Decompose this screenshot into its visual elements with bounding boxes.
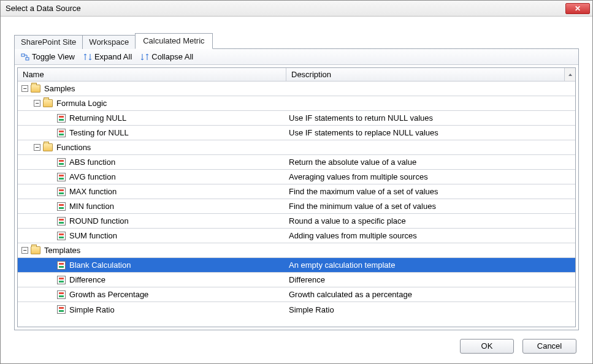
- metric-icon: [57, 188, 66, 196]
- tab-calculated-metric[interactable]: Calculated Metric: [135, 33, 212, 49]
- tree-folder[interactable]: −Templates: [18, 243, 575, 258]
- cancel-button[interactable]: Cancel: [522, 339, 576, 354]
- tree-desc-cell: Use IF statements to return NULL values: [286, 113, 575, 123]
- close-icon: ✕: [575, 4, 581, 13]
- expand-all-button[interactable]: Expand All: [81, 51, 134, 63]
- dialog-content: SharePoint Site Workspace Calculated Met…: [1, 17, 592, 363]
- toggle-view-button[interactable]: Toggle View: [18, 51, 77, 63]
- collapse-all-icon: [140, 53, 149, 61]
- tree-name-cell: Simple Ratio: [18, 305, 286, 314]
- expander-icon[interactable]: −: [34, 144, 40, 151]
- toggle-view-label: Toggle View: [32, 52, 75, 61]
- tree-desc-cell: Round a value to a specific place: [286, 216, 575, 226]
- ok-button[interactable]: OK: [460, 339, 514, 354]
- metric-icon: [57, 276, 66, 284]
- tree-name-cell: −Formula Logic: [18, 99, 286, 108]
- footer: OK Cancel: [14, 330, 579, 354]
- tree-folder[interactable]: −Samples: [18, 82, 575, 96]
- collapse-all-button[interactable]: Collapse All: [138, 51, 196, 63]
- tree-label: ROUND function: [69, 216, 129, 226]
- folder-icon: [31, 85, 40, 93]
- tree-desc-cell: Difference: [286, 275, 575, 284]
- close-button[interactable]: ✕: [565, 3, 590, 14]
- svg-rect-0: [21, 54, 25, 56]
- tree-name-cell: MAX function: [18, 187, 286, 196]
- metric-icon: [57, 232, 66, 240]
- tree-desc-cell: Simple Ratio: [286, 305, 575, 314]
- folder-icon: [43, 143, 53, 151]
- tree-name-cell: AVG function: [18, 172, 286, 181]
- tab-sharepoint-site[interactable]: SharePoint Site: [14, 35, 83, 49]
- window-title: Select a Data Source: [6, 4, 81, 13]
- tree-name-cell: Blank Calculation: [18, 260, 286, 270]
- expand-all-icon: [83, 53, 92, 61]
- metric-icon: [57, 173, 66, 181]
- tree-name-cell: ROUND function: [18, 216, 286, 226]
- expander-icon[interactable]: −: [21, 247, 28, 254]
- tree-item[interactable]: Growth as PercentageGrowth calculated as…: [18, 287, 575, 302]
- tree-name-cell: Returning NULL: [18, 113, 286, 123]
- tree-name-cell: −Functions: [18, 143, 286, 152]
- tab-panel: Toggle View Expand All Collapse All Name…: [14, 48, 579, 330]
- tree-desc-cell: Return the absolute value of a value: [286, 157, 575, 167]
- tree-label: Growth as Percentage: [69, 290, 148, 299]
- tree-label: Simple Ratio: [69, 305, 115, 314]
- tree-label: Testing for NULL: [69, 128, 129, 137]
- toggle-view-icon: [21, 53, 29, 61]
- tree-item[interactable]: MIN functionFind the minimum value of a …: [18, 199, 575, 214]
- tree-name-cell: SUM function: [18, 231, 286, 240]
- tree-item[interactable]: Testing for NULLUse IF statements to rep…: [18, 126, 575, 140]
- column-header: Name Description: [18, 68, 575, 82]
- expander-icon[interactable]: −: [21, 85, 28, 92]
- metric-icon: [57, 261, 66, 270]
- tree-label: Blank Calculation: [69, 260, 131, 270]
- column-description[interactable]: Description: [286, 68, 564, 81]
- tree-label: AVG function: [69, 172, 116, 181]
- tree-name-cell: Testing for NULL: [18, 128, 286, 137]
- tree-label: ABS function: [69, 157, 115, 167]
- svg-rect-1: [26, 58, 29, 60]
- tree-label: MAX function: [69, 187, 117, 196]
- tree-name-cell: Difference: [18, 275, 286, 284]
- tree-item[interactable]: Returning NULLUse IF statements to retur…: [18, 111, 575, 126]
- tree-desc-cell: Adding values from multiple sources: [286, 231, 575, 240]
- tab-workspace[interactable]: Workspace: [82, 35, 136, 49]
- tree-label: SUM function: [69, 231, 117, 240]
- tree-desc-cell: Use IF statements to replace NULL values: [286, 128, 575, 137]
- tree-desc-cell: Averaging values from multiple sources: [286, 172, 575, 181]
- tree-label: Templates: [44, 246, 80, 255]
- metric-icon: [57, 217, 66, 226]
- tree-item[interactable]: MAX functionFind the maximum value of a …: [18, 184, 575, 199]
- tree-item[interactable]: Simple RatioSimple Ratio: [18, 302, 575, 317]
- tree-desc-cell: Find the maximum value of a set of value…: [286, 187, 575, 196]
- tree-folder[interactable]: −Functions: [18, 140, 575, 155]
- tree-name-cell: Growth as Percentage: [18, 290, 286, 299]
- tree-item[interactable]: SUM functionAdding values from multiple …: [18, 229, 575, 243]
- tree-item[interactable]: DifferenceDifference: [18, 273, 575, 287]
- toolbar: Toggle View Expand All Collapse All: [15, 49, 578, 65]
- tree-name-cell: MIN function: [18, 202, 286, 211]
- expander-icon[interactable]: −: [34, 100, 40, 107]
- metric-icon: [57, 129, 66, 137]
- tree-label: Returning NULL: [69, 113, 126, 123]
- tree-label: Formula Logic: [56, 99, 107, 108]
- tree-desc-cell: Growth calculated as a percentage: [286, 290, 575, 299]
- metric-icon: [57, 114, 66, 123]
- folder-icon: [31, 246, 40, 254]
- tree-name-cell: −Templates: [18, 246, 286, 255]
- tree-rows[interactable]: −Samples−Formula LogicReturning NULLUse …: [18, 82, 575, 327]
- titlebar: Select a Data Source ✕: [1, 1, 592, 17]
- tree-folder[interactable]: −Formula Logic: [18, 96, 575, 111]
- tree-item[interactable]: ABS functionReturn the absolute value of…: [18, 155, 575, 170]
- expand-all-label: Expand All: [94, 52, 132, 61]
- metric-icon: [57, 202, 66, 211]
- tree-item[interactable]: Blank CalculationAn empty calculation te…: [18, 258, 575, 273]
- tree-label: Difference: [69, 275, 105, 284]
- tree-name-cell: ABS function: [18, 157, 286, 167]
- column-name[interactable]: Name: [18, 68, 286, 81]
- tree-item[interactable]: AVG functionAveraging values from multip…: [18, 170, 575, 184]
- scroll-up-icon[interactable]: [564, 68, 575, 81]
- tree-box: Name Description −Samples−Formula LogicR…: [17, 67, 576, 327]
- tree-item[interactable]: ROUND functionRound a value to a specifi…: [18, 214, 575, 229]
- tree-desc-cell: An empty calculation template: [286, 260, 575, 270]
